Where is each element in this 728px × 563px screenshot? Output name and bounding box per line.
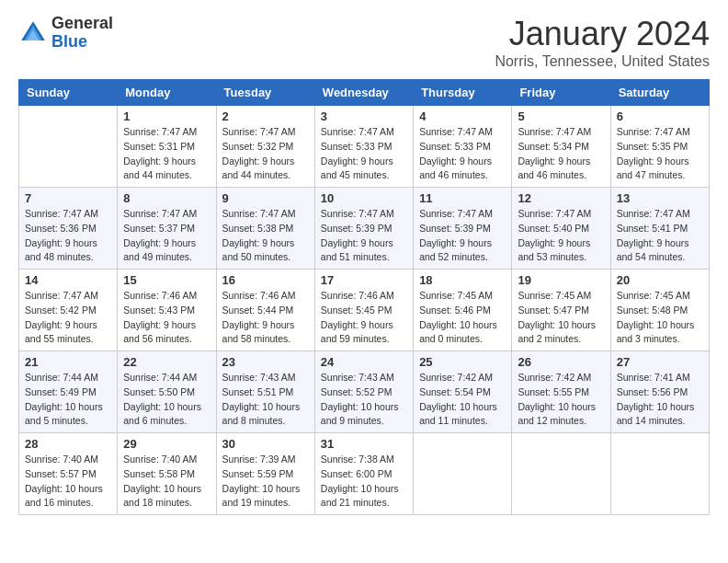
calendar-cell: 31Sunrise: 7:38 AMSunset: 6:00 PMDayligh… bbox=[314, 433, 413, 515]
header-day-tuesday: Tuesday bbox=[216, 80, 314, 106]
calendar-cell: 28Sunrise: 7:40 AMSunset: 5:57 PMDayligh… bbox=[19, 433, 118, 515]
day-info: Sunrise: 7:46 AMSunset: 5:45 PMDaylight:… bbox=[321, 289, 407, 347]
calendar-cell bbox=[610, 433, 709, 515]
day-number: 16 bbox=[222, 273, 309, 287]
day-info: Sunrise: 7:43 AMSunset: 5:52 PMDaylight:… bbox=[321, 371, 407, 429]
day-number: 14 bbox=[25, 273, 111, 287]
calendar-table: SundayMondayTuesdayWednesdayThursdayFrid… bbox=[18, 79, 710, 515]
location-title: Norris, Tennessee, United States bbox=[495, 53, 710, 70]
title-section: January 2024 Norris, Tennessee, United S… bbox=[495, 15, 710, 70]
calendar-cell: 22Sunrise: 7:44 AMSunset: 5:50 PMDayligh… bbox=[118, 351, 216, 433]
day-number: 23 bbox=[222, 355, 309, 369]
month-title: January 2024 bbox=[495, 15, 710, 53]
day-number: 31 bbox=[321, 437, 407, 451]
calendar-cell: 27Sunrise: 7:41 AMSunset: 5:56 PMDayligh… bbox=[610, 351, 709, 433]
calendar-cell: 14Sunrise: 7:47 AMSunset: 5:42 PMDayligh… bbox=[19, 270, 118, 351]
day-number: 19 bbox=[518, 273, 604, 287]
calendar-cell bbox=[19, 106, 118, 188]
logo-blue: Blue bbox=[51, 33, 113, 52]
day-info: Sunrise: 7:45 AMSunset: 5:47 PMDaylight:… bbox=[518, 289, 604, 347]
day-info: Sunrise: 7:47 AMSunset: 5:35 PMDaylight:… bbox=[617, 125, 703, 183]
calendar-cell: 25Sunrise: 7:42 AMSunset: 5:54 PMDayligh… bbox=[414, 351, 512, 433]
day-number: 3 bbox=[321, 109, 407, 123]
logo-text: General Blue bbox=[51, 15, 113, 52]
day-info: Sunrise: 7:47 AMSunset: 5:31 PMDaylight:… bbox=[123, 125, 210, 183]
day-info: Sunrise: 7:38 AMSunset: 6:00 PMDaylight:… bbox=[321, 453, 407, 511]
calendar-body: 1Sunrise: 7:47 AMSunset: 5:31 PMDaylight… bbox=[19, 106, 710, 515]
day-number: 2 bbox=[222, 109, 309, 123]
day-info: Sunrise: 7:47 AMSunset: 5:37 PMDaylight:… bbox=[123, 207, 210, 265]
header-day-monday: Monday bbox=[118, 80, 216, 106]
day-number: 8 bbox=[123, 191, 210, 205]
calendar-cell bbox=[512, 433, 610, 515]
day-number: 27 bbox=[617, 355, 703, 369]
calendar-cell: 21Sunrise: 7:44 AMSunset: 5:49 PMDayligh… bbox=[19, 351, 118, 433]
page-container: General Blue January 2024 Norris, Tennes… bbox=[18, 15, 710, 515]
day-info: Sunrise: 7:39 AMSunset: 5:59 PMDaylight:… bbox=[222, 453, 309, 511]
day-info: Sunrise: 7:47 AMSunset: 5:42 PMDaylight:… bbox=[25, 289, 111, 347]
calendar-cell: 30Sunrise: 7:39 AMSunset: 5:59 PMDayligh… bbox=[216, 433, 314, 515]
day-info: Sunrise: 7:47 AMSunset: 5:32 PMDaylight:… bbox=[222, 125, 309, 183]
day-info: Sunrise: 7:40 AMSunset: 5:58 PMDaylight:… bbox=[123, 453, 210, 511]
calendar-cell bbox=[414, 433, 512, 515]
day-number: 22 bbox=[123, 355, 210, 369]
day-info: Sunrise: 7:44 AMSunset: 5:49 PMDaylight:… bbox=[25, 371, 111, 429]
day-info: Sunrise: 7:46 AMSunset: 5:43 PMDaylight:… bbox=[123, 289, 210, 347]
day-number: 4 bbox=[419, 109, 506, 123]
day-info: Sunrise: 7:47 AMSunset: 5:33 PMDaylight:… bbox=[321, 125, 407, 183]
day-info: Sunrise: 7:47 AMSunset: 5:39 PMDaylight:… bbox=[419, 207, 506, 265]
day-info: Sunrise: 7:44 AMSunset: 5:50 PMDaylight:… bbox=[123, 371, 210, 429]
calendar-week-1: 1Sunrise: 7:47 AMSunset: 5:31 PMDaylight… bbox=[19, 106, 710, 188]
day-number: 24 bbox=[321, 355, 407, 369]
calendar-cell: 11Sunrise: 7:47 AMSunset: 5:39 PMDayligh… bbox=[414, 188, 512, 270]
calendar-cell: 20Sunrise: 7:45 AMSunset: 5:48 PMDayligh… bbox=[610, 270, 709, 351]
header-day-sunday: Sunday bbox=[19, 80, 118, 106]
calendar-cell: 29Sunrise: 7:40 AMSunset: 5:58 PMDayligh… bbox=[118, 433, 216, 515]
day-info: Sunrise: 7:47 AMSunset: 5:36 PMDaylight:… bbox=[25, 207, 111, 265]
day-number: 13 bbox=[617, 191, 703, 205]
day-info: Sunrise: 7:47 AMSunset: 5:39 PMDaylight:… bbox=[321, 207, 407, 265]
day-number: 26 bbox=[518, 355, 604, 369]
calendar-cell: 3Sunrise: 7:47 AMSunset: 5:33 PMDaylight… bbox=[314, 106, 413, 188]
day-number: 20 bbox=[617, 273, 703, 287]
day-number: 10 bbox=[321, 191, 407, 205]
day-info: Sunrise: 7:42 AMSunset: 5:54 PMDaylight:… bbox=[419, 371, 506, 429]
calendar-cell: 12Sunrise: 7:47 AMSunset: 5:40 PMDayligh… bbox=[512, 188, 610, 270]
day-info: Sunrise: 7:47 AMSunset: 5:34 PMDaylight:… bbox=[518, 125, 604, 183]
logo-general: General bbox=[51, 15, 113, 33]
logo: General Blue bbox=[18, 15, 113, 52]
day-number: 12 bbox=[518, 191, 604, 205]
header-row: SundayMondayTuesdayWednesdayThursdayFrid… bbox=[19, 80, 710, 106]
day-number: 29 bbox=[123, 437, 210, 451]
day-number: 18 bbox=[419, 273, 506, 287]
header-day-saturday: Saturday bbox=[610, 80, 709, 106]
header-day-thursday: Thursday bbox=[414, 80, 512, 106]
calendar-week-2: 7Sunrise: 7:47 AMSunset: 5:36 PMDaylight… bbox=[19, 188, 710, 270]
day-number: 11 bbox=[419, 191, 506, 205]
day-info: Sunrise: 7:47 AMSunset: 5:40 PMDaylight:… bbox=[518, 207, 604, 265]
day-info: Sunrise: 7:47 AMSunset: 5:38 PMDaylight:… bbox=[222, 207, 309, 265]
day-info: Sunrise: 7:42 AMSunset: 5:55 PMDaylight:… bbox=[518, 371, 604, 429]
day-info: Sunrise: 7:45 AMSunset: 5:46 PMDaylight:… bbox=[419, 289, 506, 347]
day-number: 28 bbox=[25, 437, 111, 451]
logo-icon bbox=[18, 18, 48, 48]
calendar-cell: 16Sunrise: 7:46 AMSunset: 5:44 PMDayligh… bbox=[216, 270, 314, 351]
day-info: Sunrise: 7:41 AMSunset: 5:56 PMDaylight:… bbox=[617, 371, 703, 429]
day-number: 15 bbox=[123, 273, 210, 287]
calendar-cell: 10Sunrise: 7:47 AMSunset: 5:39 PMDayligh… bbox=[314, 188, 413, 270]
calendar-cell: 7Sunrise: 7:47 AMSunset: 5:36 PMDaylight… bbox=[19, 188, 118, 270]
day-info: Sunrise: 7:43 AMSunset: 5:51 PMDaylight:… bbox=[222, 371, 309, 429]
calendar-cell: 19Sunrise: 7:45 AMSunset: 5:47 PMDayligh… bbox=[512, 270, 610, 351]
calendar-cell: 8Sunrise: 7:47 AMSunset: 5:37 PMDaylight… bbox=[118, 188, 216, 270]
day-number: 17 bbox=[321, 273, 407, 287]
calendar-cell: 18Sunrise: 7:45 AMSunset: 5:46 PMDayligh… bbox=[414, 270, 512, 351]
day-number: 30 bbox=[222, 437, 309, 451]
day-info: Sunrise: 7:45 AMSunset: 5:48 PMDaylight:… bbox=[617, 289, 703, 347]
calendar-cell: 1Sunrise: 7:47 AMSunset: 5:31 PMDaylight… bbox=[118, 106, 216, 188]
calendar-cell: 24Sunrise: 7:43 AMSunset: 5:52 PMDayligh… bbox=[314, 351, 413, 433]
day-number: 25 bbox=[419, 355, 506, 369]
day-info: Sunrise: 7:47 AMSunset: 5:33 PMDaylight:… bbox=[419, 125, 506, 183]
calendar-header: SundayMondayTuesdayWednesdayThursdayFrid… bbox=[19, 80, 710, 106]
header-day-wednesday: Wednesday bbox=[314, 80, 413, 106]
calendar-cell: 2Sunrise: 7:47 AMSunset: 5:32 PMDaylight… bbox=[216, 106, 314, 188]
